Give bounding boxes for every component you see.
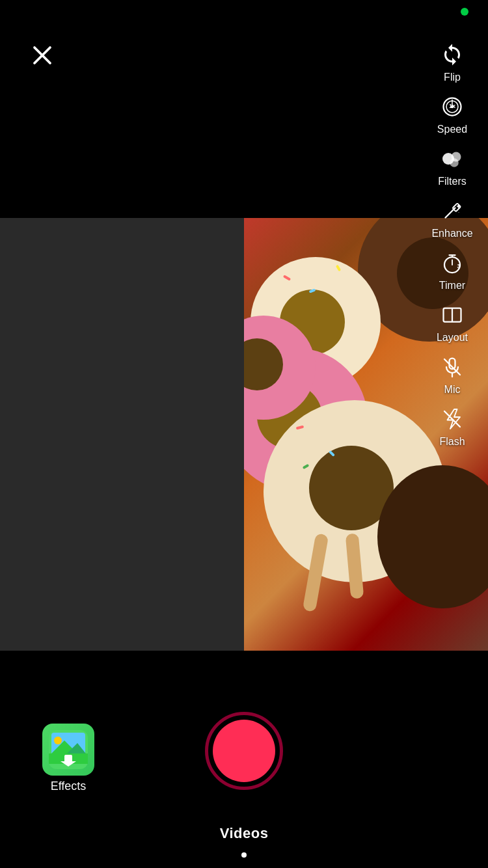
flip-control[interactable]: Flip [426,39,478,83]
filters-icon [437,143,468,174]
timer-control[interactable]: 3 Timer [426,247,478,292]
speed-icon: 1x [437,91,468,122]
left-panel [0,218,244,651]
layout-icon [437,299,468,331]
flash-control[interactable]: Flash [426,403,478,448]
effects-label: Effects [51,780,87,793]
mic-icon [437,351,468,383]
timer-label: Timer [439,280,465,292]
speed-label: Speed [437,124,467,135]
enhance-control[interactable]: ✦ · Enhance [426,195,478,239]
layout-control[interactable]: Layout [426,299,478,344]
flip-icon [437,39,468,70]
close-button[interactable] [26,39,59,72]
mic-control[interactable]: Mic [426,351,478,396]
record-button-inner [213,720,275,782]
mic-label: Mic [444,384,461,396]
status-indicator [461,8,468,16]
filters-label: Filters [438,176,467,187]
record-button-outer [205,712,283,790]
bottom-bar: Effects Videos [0,651,488,868]
layout-label: Layout [437,332,468,344]
flip-label: Flip [444,72,461,83]
speed-control[interactable]: 1x Speed [426,91,478,135]
svg-point-9 [450,158,459,167]
record-button[interactable] [205,712,283,790]
camera-controls: Flip 1x Speed Filters [423,39,481,455]
svg-point-6 [451,105,454,109]
effects-icon [42,724,94,776]
filters-control[interactable]: Filters [426,143,478,187]
videos-indicator-dot [241,852,247,858]
svg-point-27 [54,737,62,744]
enhance-label: Enhance [431,228,472,239]
top-black-area [0,0,488,218]
flash-icon [437,403,468,435]
effects-button[interactable]: Effects [42,724,94,793]
enhance-icon: ✦ · [437,195,468,226]
svg-text:3: 3 [457,264,461,269]
videos-label: Videos [220,825,269,842]
timer-icon: 3 [437,247,468,278]
svg-text:·: · [458,210,459,215]
flash-label: Flash [439,436,465,448]
